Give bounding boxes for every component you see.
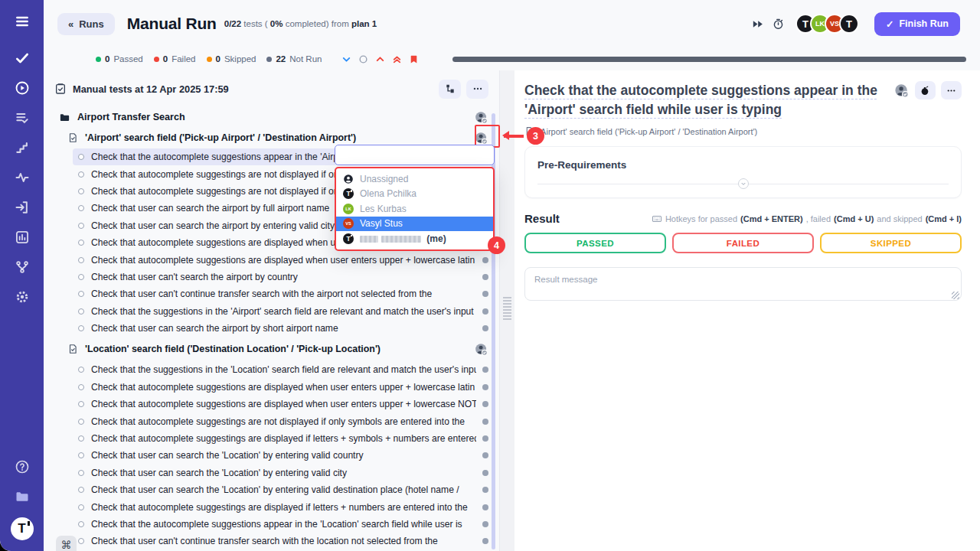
analytics-icon[interactable] — [13, 228, 31, 246]
run-header: « Runs Manual Run 0/22 tests ( 0% comple… — [44, 0, 980, 47]
test-row[interactable]: Check that autocomplete suggestions are … — [73, 379, 493, 396]
test-status-radio[interactable] — [78, 188, 84, 194]
test-status-radio[interactable] — [78, 367, 84, 373]
test-status-radio[interactable] — [78, 470, 84, 476]
assign-user-icon[interactable] — [474, 110, 488, 125]
test-row[interactable]: Check that autocomplete suggestings are … — [73, 430, 493, 447]
test-status-radio[interactable] — [78, 223, 84, 229]
test-status-radio[interactable] — [78, 401, 84, 407]
priority-critical-icon[interactable] — [392, 54, 402, 64]
test-row[interactable]: Check that user can search the 'Location… — [73, 447, 493, 464]
test-row[interactable]: Check that autocomplete suggestings are … — [73, 498, 493, 515]
result-message-input[interactable] — [524, 267, 962, 301]
assignee-option[interactable]: LK Les Kurbas — [336, 201, 493, 217]
avatar: T — [839, 14, 859, 34]
import-icon[interactable] — [13, 198, 31, 217]
test-detail-title[interactable]: Check that the autocomplete suggestions … — [524, 83, 877, 117]
run-source-title: Manual tests at 12 Apr 2025 17:59 — [73, 83, 229, 95]
finish-run-button[interactable]: ✓ Finish Run — [874, 12, 960, 36]
test-row[interactable]: Check that autocomplete suggestions are … — [73, 251, 493, 268]
document-check-icon — [67, 344, 78, 354]
assignee-option-unassigned[interactable]: Unassigned — [336, 171, 493, 187]
test-status-radio[interactable] — [78, 521, 84, 527]
menu-icon[interactable] — [13, 12, 31, 31]
test-row[interactable]: Check that user can't search the airport… — [73, 269, 493, 285]
breadcrumb[interactable]: 'Airport' search field ('Pick-up Airport… — [524, 126, 962, 136]
skipped-button[interactable]: SKIPPED — [820, 233, 962, 253]
avatar: T — [343, 188, 354, 199]
folder-row[interactable]: Airport Transfer Search — [52, 107, 499, 127]
bomb-timer-button[interactable] — [915, 81, 936, 99]
test-status-radio[interactable] — [78, 274, 84, 280]
tree-more-button[interactable] — [466, 80, 488, 99]
test-status-radio[interactable] — [78, 257, 84, 263]
test-status-radio[interactable] — [78, 325, 84, 331]
test-status-radio[interactable] — [78, 487, 84, 493]
fast-forward-icon[interactable] — [751, 18, 764, 31]
test-status-radio[interactable] — [78, 419, 84, 425]
status-dot — [482, 538, 488, 544]
status-dot — [482, 274, 488, 280]
test-status-radio[interactable] — [78, 435, 84, 442]
assign-user-icon[interactable] — [474, 131, 488, 145]
test-status-radio[interactable] — [78, 538, 84, 544]
assignee-option-selected[interactable]: VS Vasyl Stus — [336, 217, 493, 232]
assignee-option-me[interactable]: T (me) — [336, 231, 493, 246]
priority-high-icon[interactable] — [375, 54, 385, 64]
assign-user-icon[interactable] — [893, 83, 910, 99]
main-area: « Runs Manual Run 0/22 tests ( 0% comple… — [44, 0, 980, 551]
collapse-toggle[interactable] — [738, 178, 749, 189]
status-dot — [482, 384, 488, 390]
status-dot — [482, 452, 488, 458]
priority-low-icon[interactable] — [341, 54, 351, 64]
test-status-radio[interactable] — [78, 171, 84, 178]
run-progress-bar — [452, 57, 966, 62]
test-row[interactable]: Check that user can search the 'Location… — [73, 481, 493, 498]
priority-blocker-icon[interactable] — [409, 54, 419, 64]
clipboard-check-icon — [54, 83, 67, 95]
test-status-radio[interactable] — [78, 205, 84, 211]
plan-link[interactable]: plan 1 — [351, 19, 377, 28]
assignee-search-input[interactable] — [335, 145, 495, 165]
steps-icon[interactable] — [13, 139, 31, 157]
test-row[interactable]: Check that autocomplete suggestings are … — [73, 412, 493, 429]
skipped-dot — [207, 57, 212, 62]
test-row[interactable]: Check that the autocomplete suggestions … — [73, 516, 493, 533]
test-row[interactable]: Check that the suggestions in the 'Locat… — [73, 361, 493, 378]
test-row[interactable]: Check that user can't continue transfer … — [73, 533, 493, 549]
back-to-runs-button[interactable]: « Runs — [57, 13, 115, 35]
command-key-hint: ⌘ — [56, 536, 77, 551]
test-plans-icon[interactable] — [13, 109, 31, 127]
panel-splitter[interactable] — [499, 70, 514, 551]
branches-icon[interactable] — [13, 258, 31, 276]
pulse-icon[interactable] — [13, 168, 31, 187]
settings-gear-icon[interactable] — [13, 288, 31, 306]
tree-view-button[interactable] — [439, 80, 461, 99]
runs-play-icon[interactable] — [13, 79, 31, 97]
failed-button[interactable]: FAILED — [672, 233, 814, 253]
test-status-radio[interactable] — [78, 504, 84, 510]
test-status-radio[interactable] — [78, 154, 84, 160]
assignee-option[interactable]: T Olena Pchilka — [336, 187, 493, 202]
suite-row-location[interactable]: 'Location' search field ('Destination Lo… — [52, 337, 499, 361]
priority-normal-icon[interactable] — [358, 54, 368, 64]
test-status-radio[interactable] — [78, 291, 84, 297]
test-status-radio[interactable] — [78, 240, 84, 246]
test-status-radio[interactable] — [78, 452, 84, 458]
test-status-radio[interactable] — [78, 308, 84, 315]
test-row[interactable]: Check that user can't continue transfer … — [73, 285, 493, 302]
test-row[interactable]: Check that autocomplete suggestions are … — [73, 396, 493, 412]
passed-button[interactable]: PASSED — [524, 233, 666, 253]
test-status-radio[interactable] — [78, 384, 84, 390]
help-icon[interactable] — [13, 458, 31, 476]
test-row[interactable]: Check that user can search the 'Location… — [73, 465, 493, 481]
assignee-menu: Unassigned T Olena Pchilka LK Les Kurbas… — [335, 167, 495, 251]
test-row[interactable]: Check that the suggestions in the 'Airpo… — [73, 303, 493, 320]
projects-folder-icon[interactable] — [13, 487, 31, 506]
timer-icon[interactable] — [772, 18, 785, 31]
detail-more-button[interactable] — [941, 81, 962, 99]
test-row[interactable]: Check that user can search the airport b… — [73, 320, 493, 337]
tests-check-icon[interactable] — [13, 49, 31, 67]
status-dot — [482, 291, 488, 297]
assign-user-icon[interactable] — [474, 342, 488, 357]
